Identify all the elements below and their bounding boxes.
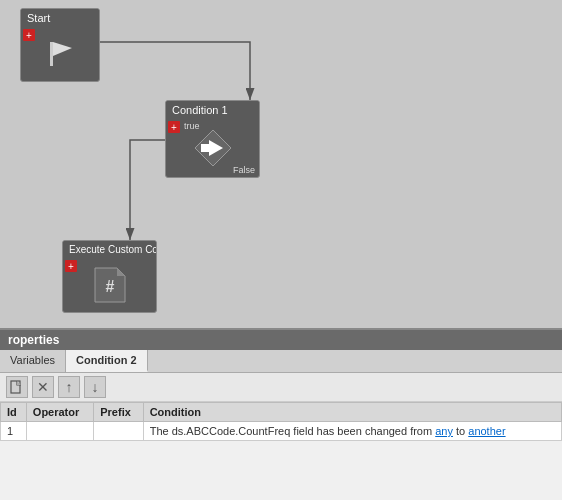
condition-text: The ds.ABCCode.CountFreq field has been … [150, 425, 506, 437]
svg-text:#: # [105, 278, 114, 295]
svg-rect-1 [50, 42, 53, 66]
start-node-title: Start [21, 9, 99, 27]
table-container: Id Operator Prefix Condition 1 The ds.AB… [0, 402, 562, 441]
execute-node-title: Execute Custom Co [63, 241, 156, 258]
another-link[interactable]: another [468, 425, 505, 437]
condition1-node-title: Condition 1 [166, 101, 259, 119]
cell-operator [26, 422, 93, 441]
toolbar-down-button[interactable]: ↓ [84, 376, 106, 398]
col-condition: Condition [143, 403, 561, 422]
any-link[interactable]: any [435, 425, 453, 437]
properties-title: roperties [8, 333, 59, 347]
execute-hash-icon: # [88, 263, 132, 307]
tabs-row: Variables Condition 2 [0, 350, 562, 373]
cell-condition: The ds.ABCCode.CountFreq field has been … [143, 422, 561, 441]
conditions-table: Id Operator Prefix Condition 1 The ds.AB… [0, 402, 562, 441]
properties-panel: roperties Variables Condition 2 ✕ ↑ ↓ Id [0, 328, 562, 500]
toolbar-row: ✕ ↑ ↓ [0, 373, 562, 402]
cell-id: 1 [1, 422, 27, 441]
condition1-true-label: true [184, 121, 200, 131]
new-doc-icon [10, 380, 24, 394]
col-id: Id [1, 403, 27, 422]
condition1-arrow-icon [191, 126, 235, 170]
execute-add-button[interactable]: + [65, 260, 77, 272]
tab-condition2[interactable]: Condition 2 [66, 350, 148, 372]
start-flag-icon [38, 32, 82, 76]
col-prefix: Prefix [94, 403, 143, 422]
condition1-false-label: False [233, 165, 255, 175]
condition1-add-button[interactable]: + [168, 121, 180, 133]
properties-header: roperties [0, 330, 562, 350]
toolbar-up-button[interactable]: ↑ [58, 376, 80, 398]
toolbar-delete-button[interactable]: ✕ [32, 376, 54, 398]
svg-marker-2 [53, 42, 72, 56]
workflow-canvas: Start + Condition 1 + true False [0, 0, 562, 330]
tab-variables[interactable]: Variables [0, 350, 66, 372]
cell-prefix [94, 422, 143, 441]
start-add-button[interactable]: + [23, 29, 35, 41]
execute-node[interactable]: Execute Custom Co + # [62, 240, 157, 313]
col-operator: Operator [26, 403, 93, 422]
down-arrow-icon: ↓ [92, 379, 99, 395]
table-header-row: Id Operator Prefix Condition [1, 403, 562, 422]
toolbar-new-button[interactable] [6, 376, 28, 398]
delete-icon: ✕ [37, 379, 49, 395]
start-node[interactable]: Start + [20, 8, 100, 82]
up-arrow-icon: ↑ [66, 379, 73, 395]
condition1-node[interactable]: Condition 1 + true False [165, 100, 260, 178]
table-row[interactable]: 1 The ds.ABCCode.CountFreq field has bee… [1, 422, 562, 441]
